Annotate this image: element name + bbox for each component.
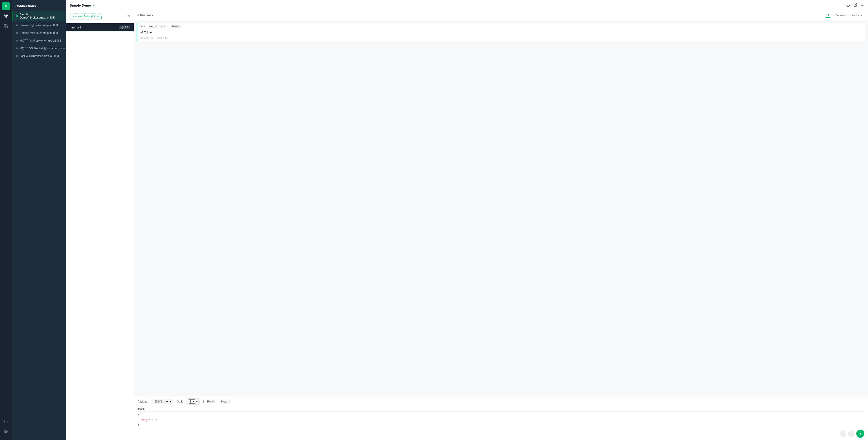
scroll-up-button[interactable]: ← [840,431,846,437]
filter-icon[interactable] [126,14,130,19]
status-dot-gray [16,55,18,57]
content-area: + + New Subscription last_will QoS 1 [66,11,868,440]
add-icon-btn[interactable] [2,32,10,40]
select-chevron-icon: ▾ [170,400,171,403]
status-dot-gray [16,47,18,49]
scroll-down-button[interactable]: → [848,431,855,437]
subscription-qos: QoS 1 [119,26,130,29]
qos-label: QoS: [177,400,183,403]
message-qos-label: QoS: 1 [160,25,168,28]
subscriptions-panel: + + New Subscription last_will QoS 1 [66,11,134,440]
arrow-up-icon: ← [842,432,844,435]
copy-icon [4,24,8,28]
format-label: Plaintext [140,14,151,17]
send-button[interactable]: ➤ [856,430,864,438]
message-body: offline [137,30,865,36]
connection-item-sensor-1[interactable]: Sensor 1@broker.emqx.io:8083 [12,22,66,29]
status-dot-gray [16,24,18,26]
payload-label: Payload: [137,400,148,403]
json-line-2: "msg": "5" [137,418,864,422]
json-body[interactable]: { "msg": "5" } [137,413,864,428]
svg-rect-8 [5,26,8,28]
messages-panel: Plaintext ▾ All Received Published Topic… [134,11,868,440]
json-value: "5" [152,419,157,422]
app-logo[interactable]: ✕ [2,2,10,10]
subscriptions-header: + + New Subscription [66,11,134,22]
connection-title: Simple Demo [70,3,91,7]
icon-bar: ✕ [0,0,12,440]
status-dot-gray [16,32,18,34]
sidebar-title: Connections [16,4,36,8]
connection-item-last-will[interactable]: Last Will@broker.emqx.io:8083 [12,52,66,60]
retain-checkbox[interactable] [203,400,206,403]
main-area: Simple Demo ▾ ⏻ ⋯ + + New Subscription [66,0,868,440]
connection-item-mqtt-v3[interactable]: MQTT_V3@broker.emqx.io:8083 [12,37,66,44]
sidebar: Connections Simple Demo@broker.emqx.io:8… [12,0,66,440]
qos-dropdown[interactable]: 1 0 2 [189,399,195,404]
messages-filter: All Received Published [826,13,864,18]
plus-icon: + [72,15,74,18]
new-subscription-button[interactable]: + + New Subscription [70,13,101,20]
subscription-list: last_will QoS 1 [66,22,134,32]
json-key: "msg" [141,419,149,422]
json-line-1: { [137,414,864,418]
compose-top: Payload: JSON Plaintext Hex Base64 ▾ QoS… [137,399,864,405]
copy-icon-btn[interactable] [2,22,10,30]
format-chevron-icon: ▾ [152,14,154,17]
subscription-topic: last_will [70,26,81,29]
power-icon[interactable]: ⏻ [846,3,850,7]
connections-icon [4,14,8,18]
message-timestamp: 2022-09-06 16:30:02:588 [137,36,865,41]
connection-name: Sensor 2@broker.emqx.io:8083 [20,31,60,35]
filter-tab-published[interactable]: Published [850,13,864,18]
edit-icon[interactable] [854,3,857,8]
json-line-3: } [137,422,864,427]
qos-select[interactable]: 1 0 2 ▾ [187,399,200,405]
topic-input-row [137,406,864,411]
format-dot [137,14,139,16]
connection-list: Simple Demo@broker.emqx.io:8083 Sensor 1… [12,11,66,440]
connection-name: Sensor 1@broker.emqx.io:8083 [20,24,60,27]
add-icon [4,34,8,38]
svg-rect-0 [4,15,5,15]
retain-label: Retain [207,400,215,403]
compose-actions: ← → ➤ [137,430,864,438]
payload-format-dropdown[interactable]: JSON Plaintext Hex Base64 [154,400,169,403]
settings-icon-btn[interactable] [2,427,10,436]
message-card-header: Topic: last_will QoS: 1 Retain [137,23,865,30]
status-dot-green [16,15,18,17]
info-icon [4,420,8,423]
svg-point-14 [5,431,6,432]
top-bar-left: Simple Demo ▾ [70,3,95,7]
info-icon-btn[interactable] [2,417,10,426]
connection-item-simple-demo[interactable]: Simple Demo@broker.emqx.io:8083 [12,11,66,22]
payload-format-selector[interactable]: Plaintext ▾ [137,14,154,17]
arrow-down-icon: → [850,432,852,435]
retain-checkbox-label[interactable]: Retain [203,400,215,403]
connection-name: MQTT_V3_Publish@broker.emqx.io:8083 [20,47,66,50]
chevron-down-icon[interactable]: ▾ [93,4,95,7]
filter-tab-received[interactable]: Received [834,13,847,18]
qos-chevron-icon: ▾ [196,400,198,403]
compose-area: Payload: JSON Plaintext Hex Base64 ▾ QoS… [134,396,868,440]
sidebar-header: Connections [12,0,66,11]
send-icon: ➤ [859,432,862,436]
payload-format-select[interactable]: JSON Plaintext Hex Base64 ▾ [152,399,173,404]
more-icon[interactable]: ⋯ [861,3,864,7]
settings-icon [4,430,8,433]
top-bar: Simple Demo ▾ ⏻ ⋯ [66,0,868,11]
logo-text: ✕ [4,4,7,8]
status-dot-gray [16,40,18,41]
meta-button[interactable]: Meta [219,399,230,404]
connection-name: Last Will@broker.emqx.io:8083 [20,55,59,58]
svg-rect-2 [5,17,6,18]
connection-item-mqtt-v3-pub[interactable]: MQTT_V3_Publish@broker.emqx.io:8083 [12,44,66,52]
connection-item-sensor-2[interactable]: Sensor 2@broker.emqx.io:8083 [12,29,66,37]
subscription-item-last-will[interactable]: last_will QoS 1 [66,23,134,31]
connections-icon-btn[interactable] [2,12,10,20]
svg-rect-1 [6,15,7,15]
filter-tab-all[interactable]: All [826,13,830,18]
top-bar-right: ⏻ ⋯ [846,3,864,8]
topic-input[interactable] [137,406,864,411]
connection-name: MQTT_V3@broker.emqx.io:8083 [20,39,61,42]
